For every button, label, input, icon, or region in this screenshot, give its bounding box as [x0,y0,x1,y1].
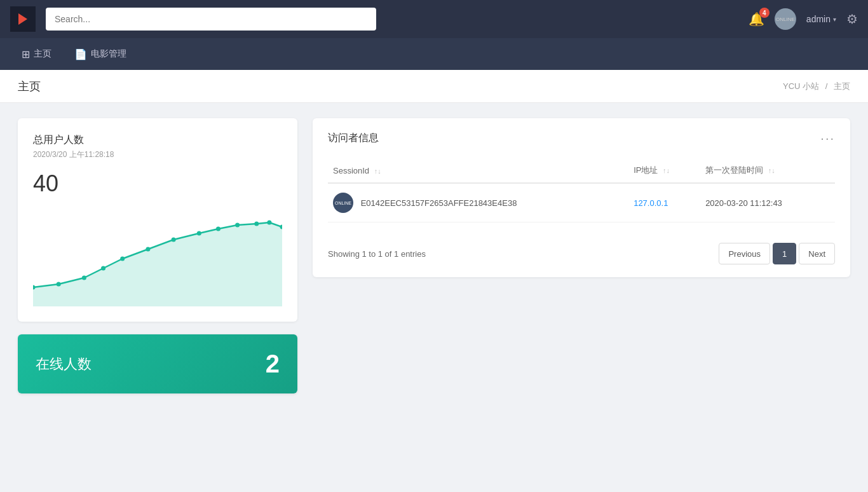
notification-bell[interactable]: 🔔 4 [749,11,764,27]
page-title: 主页 [18,79,41,94]
chart-container [33,205,282,306]
breadcrumb-current: 主页 [834,81,850,91]
chart-dot [146,247,150,252]
col-first-login: 第一次登陆时间 ↑↓ [700,158,835,183]
avatar-text: ONLINE [776,17,795,22]
play-icon [18,13,27,25]
header-right: 🔔 4 ONLINE admin ▾ ⚙ [749,8,858,30]
col-ip: IP地址 ↑↓ [628,158,700,183]
main-content: 总用户人数 2020/3/20 上午11:28:18 40 [0,103,868,409]
sort-icon-ip[interactable]: ↑↓ [663,167,670,174]
admin-menu[interactable]: admin ▾ [806,14,836,24]
breadcrumb-separator: / [825,81,828,91]
nav-item-home-label: 主页 [34,48,51,60]
table-row: ONLINE E0142EEC53157F2653AFFE21843E4E38 … [328,183,835,222]
admin-name: admin [806,14,831,24]
stats-date: 2020/3/20 上午11:28:18 [33,149,282,160]
session-id-value: E0142EEC53157F2653AFFE21843E4E38 [361,198,517,208]
cell-ip: 127.0.0.1 [628,183,700,222]
more-options-icon[interactable]: ··· [820,131,835,146]
left-column: 总用户人数 2020/3/20 上午11:28:18 40 [18,118,297,393]
table-header-row: SessionId ↑↓ IP地址 ↑↓ 第一次登陆时间 ↑↓ [328,158,835,183]
chart-dot [216,227,220,231]
pagination-bar: Showing 1 to 1 of 1 entries Previous 1 N… [328,235,835,264]
chart-dot [254,222,259,226]
stats-card: 总用户人数 2020/3/20 上午11:28:18 40 [18,118,297,322]
chart-fill [33,222,282,306]
chart-dot [197,231,201,236]
col-session-id: SessionId ↑↓ [328,158,628,183]
pagination-controls: Previous 1 Next [719,243,835,264]
line-chart [33,205,282,306]
chart-dot [172,238,176,242]
ip-value: 127.0.0.1 [634,198,668,208]
breadcrumb: YCU 小站 / 主页 [783,81,850,92]
stats-number: 40 [33,170,282,197]
cell-login-time: 2020-03-20 11:12:43 [700,183,835,222]
chart-dot [82,276,86,280]
previous-button[interactable]: Previous [719,243,770,264]
row-avatar: ONLINE [333,193,353,213]
showing-text: Showing 1 to 1 of 1 entries [328,249,426,259]
notification-badge: 4 [759,8,770,18]
sort-icon-login[interactable]: ↑↓ [768,167,775,174]
header: 🔔 4 ONLINE admin ▾ ⚙ [0,0,868,38]
movies-icon: 📄 [74,48,87,60]
login-time-value: 2020-03-20 11:12:43 [705,198,782,208]
sort-icon-session[interactable]: ↑↓ [374,167,381,175]
visitor-header: 访问者信息 ··· [328,131,835,146]
breadcrumb-site-link[interactable]: YCU 小站 [783,81,819,91]
online-card: 在线人数 2 [18,334,297,393]
admin-caret-icon: ▾ [833,16,836,23]
page-1-button[interactable]: 1 [773,243,796,264]
home-icon: ⊞ [22,48,30,60]
main-nav: ⊞ 主页 📄 电影管理 [0,38,868,70]
nav-item-movies[interactable]: 📄 电影管理 [65,43,135,65]
chart-dot [57,282,61,287]
online-label: 在线人数 [36,355,92,374]
search-box [46,8,376,31]
visitor-card: 访问者信息 ··· SessionId ↑↓ IP地址 ↑↓ 第一次登陆时间 ↑ [313,118,850,277]
online-count: 2 [266,350,280,378]
nav-item-home[interactable]: ⊞ 主页 [13,43,60,65]
breadcrumb-bar: 主页 YCU 小站 / 主页 [0,70,868,103]
stats-title: 总用户人数 [33,133,282,147]
visitor-title: 访问者信息 [328,132,379,145]
chart-dot [235,223,240,228]
chart-dot [267,221,271,225]
visitor-table: SessionId ↑↓ IP地址 ↑↓ 第一次登陆时间 ↑↓ [328,158,835,222]
next-button[interactable]: Next [799,243,835,264]
chart-dot [101,266,105,271]
search-input[interactable] [46,8,376,31]
chart-dot [120,257,125,261]
nav-item-movies-label: 电影管理 [91,48,126,60]
settings-icon[interactable]: ⚙ [846,11,858,27]
logo [10,6,36,32]
cell-session-id: ONLINE E0142EEC53157F2653AFFE21843E4E38 [328,183,628,222]
avatar: ONLINE [775,8,796,30]
